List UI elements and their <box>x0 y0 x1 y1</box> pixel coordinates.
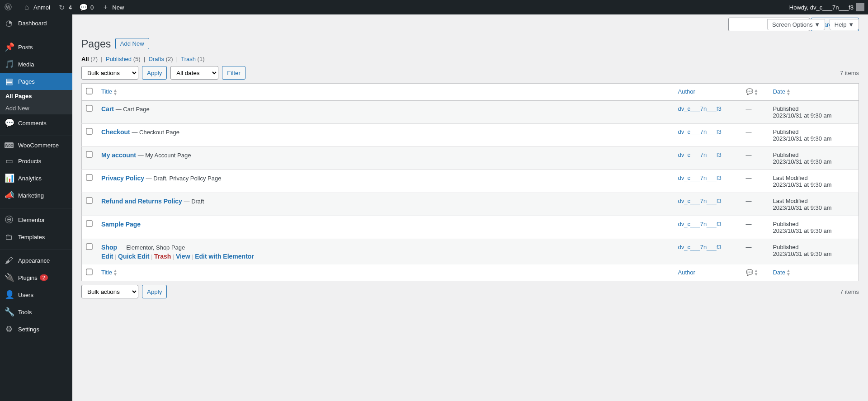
select-all-checkbox[interactable] <box>86 88 92 94</box>
author-link[interactable]: dv_c___7n___f3 <box>678 151 722 158</box>
menu-media[interactable]: 🎵Media <box>0 56 72 73</box>
comments-value: — <box>746 221 752 227</box>
wp-logo[interactable]: ⓦ <box>0 0 19 14</box>
howdy-text: Howdy, dv_c___7n___f3 <box>789 4 854 11</box>
author-link[interactable]: dv_c___7n___f3 <box>678 128 722 135</box>
submenu-all-pages[interactable]: All Pages <box>0 90 72 102</box>
comment-icon: 💬 <box>79 3 88 12</box>
menu-posts[interactable]: 📌Posts <box>0 38 72 56</box>
date-state: Published <box>773 151 799 158</box>
page-title-suffix: — Elementor, Shop Page <box>117 244 185 251</box>
apply-button-bottom[interactable]: Apply <box>142 285 167 298</box>
col-date-header[interactable]: Date▲▼ <box>769 84 859 101</box>
apply-button[interactable]: Apply <box>142 66 167 80</box>
author-link[interactable]: dv_c___7n___f3 <box>678 244 722 250</box>
comments-value: — <box>746 128 752 135</box>
menu-tools[interactable]: 🔧Tools <box>0 303 72 320</box>
sort-icon: ▲▼ <box>754 269 759 276</box>
col-title-header[interactable]: Title▲▼ <box>97 84 674 101</box>
table-row: Cart — Cart Pagedv_c___7n___f3—Published… <box>82 100 859 123</box>
row-actions: Edit | Quick Edit | Trash | View | Edit … <box>101 251 669 260</box>
add-new-button[interactable]: Add New <box>115 38 149 49</box>
filter-published[interactable]: Published (5) <box>106 56 141 62</box>
date-state: Published <box>773 105 799 112</box>
menu-label: Pages <box>18 78 35 85</box>
menu-dashboard[interactable]: ◔Dashboard <box>0 14 72 32</box>
date-state: Published <box>773 128 799 135</box>
date-filter-select[interactable]: All dates <box>170 66 218 80</box>
menu-label: Media <box>18 61 34 68</box>
row-edit-elementor[interactable]: Edit with Elementor <box>195 253 254 260</box>
col-comments-footer[interactable]: 💬▲▼ <box>741 264 769 281</box>
row-view[interactable]: View <box>176 253 190 260</box>
page-title-link[interactable]: Privacy Policy <box>101 175 144 182</box>
comments-value: — <box>746 244 752 250</box>
row-checkbox[interactable] <box>86 197 92 203</box>
comments-count: 0 <box>90 4 94 11</box>
filter-drafts[interactable]: Drafts (2) <box>148 56 173 62</box>
col-title-footer[interactable]: Title▲▼ <box>97 264 674 281</box>
page-icon: ▤ <box>5 76 14 86</box>
menu-label: Products <box>18 158 41 165</box>
menu-marketing[interactable]: 📣Marketing <box>0 187 72 204</box>
new-content[interactable]: +New <box>97 0 127 14</box>
author-link[interactable]: dv_c___7n___f3 <box>678 105 722 112</box>
wordpress-icon: ⓦ <box>4 3 13 12</box>
row-checkbox[interactable] <box>86 174 92 180</box>
row-checkbox[interactable] <box>86 151 92 157</box>
menu-users[interactable]: 👤Users <box>0 286 72 303</box>
row-quick-edit[interactable]: Quick Edit <box>118 253 149 260</box>
site-name[interactable]: ⌂Anmol <box>19 0 54 14</box>
page-title-link[interactable]: Sample Page <box>101 221 141 228</box>
col-author-footer: Author <box>674 264 741 281</box>
pin-icon: 📌 <box>5 42 14 52</box>
submenu-add-new[interactable]: Add New <box>0 102 72 114</box>
menu-plugins[interactable]: 🔌Plugins2 <box>0 269 72 286</box>
row-checkbox[interactable] <box>86 220 92 226</box>
page-title-link[interactable]: My account <box>101 151 136 159</box>
home-icon: ⌂ <box>22 3 31 11</box>
row-checkbox[interactable] <box>86 128 92 134</box>
my-account[interactable]: Howdy, dv_c___7n___f3 <box>786 0 868 14</box>
row-edit[interactable]: Edit <box>101 253 113 260</box>
menu-elementor[interactable]: ⓔElementor <box>0 211 72 229</box>
page-title-link[interactable]: Checkout <box>101 128 130 136</box>
row-checkbox[interactable] <box>86 243 92 250</box>
author-link[interactable]: dv_c___7n___f3 <box>678 175 722 181</box>
author-link[interactable]: dv_c___7n___f3 <box>678 198 722 204</box>
comments-bubble[interactable]: 💬0 <box>75 0 97 14</box>
menu-woocommerce[interactable]: wooWooCommerce <box>0 138 72 152</box>
row-checkbox[interactable] <box>86 105 92 111</box>
row-trash[interactable]: Trash <box>154 253 171 260</box>
menu-label: Elementor <box>18 217 45 223</box>
product-icon: ▭ <box>5 156 14 166</box>
page-title-link[interactable]: Cart <box>101 105 114 113</box>
author-link[interactable]: dv_c___7n___f3 <box>678 221 722 227</box>
page-title-link[interactable]: Refund and Returns Policy <box>101 198 182 205</box>
updates[interactable]: ↻4 <box>54 0 75 14</box>
menu-pages[interactable]: ▤Pages <box>0 73 72 90</box>
filter-trash[interactable]: Trash (1) <box>181 56 204 62</box>
page-title: Pages <box>81 34 111 52</box>
select-all-checkbox-bottom[interactable] <box>86 269 92 275</box>
screen-options-button[interactable]: Screen Options ▼ <box>767 19 825 30</box>
tablenav-bottom: Bulk actions Apply 7 items <box>81 285 859 298</box>
menu-comments[interactable]: 💬Comments <box>0 114 72 132</box>
bulk-actions-select[interactable]: Bulk actions <box>81 66 138 80</box>
date-value: 2023/10/31 at 9:30 am <box>773 250 832 257</box>
bulk-actions-select-bottom[interactable]: Bulk actions <box>81 285 138 298</box>
date-value: 2023/10/31 at 9:30 am <box>773 135 832 142</box>
col-comments-header[interactable]: 💬▲▼ <box>741 84 769 101</box>
status-filters: All (7) | Published (5) | Drafts (2) | T… <box>81 56 859 62</box>
menu-analytics[interactable]: 📊Analytics <box>0 170 72 187</box>
page-title-link[interactable]: Shop <box>101 244 117 251</box>
help-button[interactable]: Help ▼ <box>830 19 859 30</box>
filter-button[interactable]: Filter <box>222 66 245 80</box>
menu-appearance[interactable]: 🖌Appearance <box>0 252 72 269</box>
filter-all[interactable]: All (7) <box>81 56 98 62</box>
page-title-suffix: — My Account Page <box>136 152 191 159</box>
menu-templates[interactable]: 🗀Templates <box>0 229 72 245</box>
menu-products[interactable]: ▭Products <box>0 152 72 170</box>
menu-label: Marketing <box>18 192 44 199</box>
col-date-footer[interactable]: Date▲▼ <box>769 264 859 281</box>
